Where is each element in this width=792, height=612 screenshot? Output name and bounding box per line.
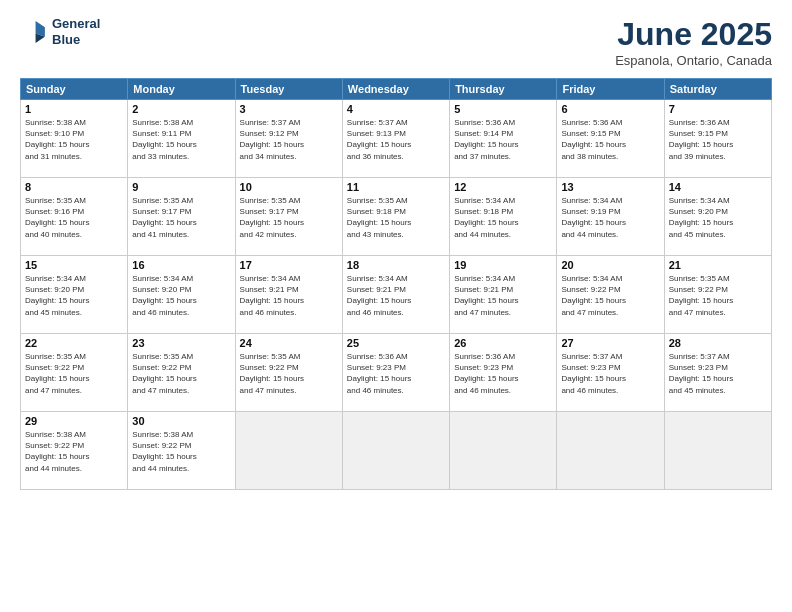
- calendar-cell: 3Sunrise: 5:37 AM Sunset: 9:12 PM Daylig…: [235, 100, 342, 178]
- cell-sun-info: Sunrise: 5:38 AM Sunset: 9:11 PM Dayligh…: [132, 117, 230, 162]
- location: Espanola, Ontario, Canada: [615, 53, 772, 68]
- header: General Blue June 2025 Espanola, Ontario…: [20, 16, 772, 68]
- day-number: 14: [669, 181, 767, 193]
- logo-icon: [20, 18, 48, 46]
- cell-sun-info: Sunrise: 5:36 AM Sunset: 9:15 PM Dayligh…: [561, 117, 659, 162]
- day-number: 2: [132, 103, 230, 115]
- day-number: 21: [669, 259, 767, 271]
- calendar-cell: [450, 412, 557, 490]
- day-number: 5: [454, 103, 552, 115]
- calendar-week-4: 22Sunrise: 5:35 AM Sunset: 9:22 PM Dayli…: [21, 334, 772, 412]
- day-number: 4: [347, 103, 445, 115]
- calendar-week-5: 29Sunrise: 5:38 AM Sunset: 9:22 PM Dayli…: [21, 412, 772, 490]
- calendar-week-1: 1Sunrise: 5:38 AM Sunset: 9:10 PM Daylig…: [21, 100, 772, 178]
- day-number: 24: [240, 337, 338, 349]
- cell-sun-info: Sunrise: 5:36 AM Sunset: 9:23 PM Dayligh…: [454, 351, 552, 396]
- day-number: 8: [25, 181, 123, 193]
- day-number: 28: [669, 337, 767, 349]
- cell-sun-info: Sunrise: 5:34 AM Sunset: 9:21 PM Dayligh…: [454, 273, 552, 318]
- logo-line1: General: [52, 16, 100, 32]
- cell-sun-info: Sunrise: 5:36 AM Sunset: 9:14 PM Dayligh…: [454, 117, 552, 162]
- month-title: June 2025: [615, 16, 772, 53]
- calendar-week-3: 15Sunrise: 5:34 AM Sunset: 9:20 PM Dayli…: [21, 256, 772, 334]
- day-number: 1: [25, 103, 123, 115]
- cell-sun-info: Sunrise: 5:36 AM Sunset: 9:23 PM Dayligh…: [347, 351, 445, 396]
- calendar-cell: [557, 412, 664, 490]
- day-number: 19: [454, 259, 552, 271]
- calendar-week-2: 8Sunrise: 5:35 AM Sunset: 9:16 PM Daylig…: [21, 178, 772, 256]
- calendar-cell: 28Sunrise: 5:37 AM Sunset: 9:23 PM Dayli…: [664, 334, 771, 412]
- calendar-cell: 15Sunrise: 5:34 AM Sunset: 9:20 PM Dayli…: [21, 256, 128, 334]
- weekday-header-row: SundayMondayTuesdayWednesdayThursdayFrid…: [21, 79, 772, 100]
- day-number: 25: [347, 337, 445, 349]
- cell-sun-info: Sunrise: 5:35 AM Sunset: 9:22 PM Dayligh…: [132, 351, 230, 396]
- day-number: 15: [25, 259, 123, 271]
- calendar-cell: 29Sunrise: 5:38 AM Sunset: 9:22 PM Dayli…: [21, 412, 128, 490]
- calendar-cell: 20Sunrise: 5:34 AM Sunset: 9:22 PM Dayli…: [557, 256, 664, 334]
- calendar-cell: 7Sunrise: 5:36 AM Sunset: 9:15 PM Daylig…: [664, 100, 771, 178]
- calendar-cell: 17Sunrise: 5:34 AM Sunset: 9:21 PM Dayli…: [235, 256, 342, 334]
- cell-sun-info: Sunrise: 5:35 AM Sunset: 9:22 PM Dayligh…: [669, 273, 767, 318]
- cell-sun-info: Sunrise: 5:37 AM Sunset: 9:23 PM Dayligh…: [561, 351, 659, 396]
- cell-sun-info: Sunrise: 5:34 AM Sunset: 9:22 PM Dayligh…: [561, 273, 659, 318]
- day-number: 26: [454, 337, 552, 349]
- cell-sun-info: Sunrise: 5:34 AM Sunset: 9:20 PM Dayligh…: [25, 273, 123, 318]
- calendar-cell: 26Sunrise: 5:36 AM Sunset: 9:23 PM Dayli…: [450, 334, 557, 412]
- day-number: 11: [347, 181, 445, 193]
- calendar-cell: [664, 412, 771, 490]
- calendar-cell: 6Sunrise: 5:36 AM Sunset: 9:15 PM Daylig…: [557, 100, 664, 178]
- weekday-header-friday: Friday: [557, 79, 664, 100]
- cell-sun-info: Sunrise: 5:38 AM Sunset: 9:22 PM Dayligh…: [132, 429, 230, 474]
- cell-sun-info: Sunrise: 5:37 AM Sunset: 9:23 PM Dayligh…: [669, 351, 767, 396]
- calendar-cell: [342, 412, 449, 490]
- calendar-cell: 8Sunrise: 5:35 AM Sunset: 9:16 PM Daylig…: [21, 178, 128, 256]
- weekday-header-thursday: Thursday: [450, 79, 557, 100]
- logo-text: General Blue: [52, 16, 100, 47]
- calendar-cell: 30Sunrise: 5:38 AM Sunset: 9:22 PM Dayli…: [128, 412, 235, 490]
- cell-sun-info: Sunrise: 5:34 AM Sunset: 9:18 PM Dayligh…: [454, 195, 552, 240]
- calendar-cell: 19Sunrise: 5:34 AM Sunset: 9:21 PM Dayli…: [450, 256, 557, 334]
- title-block: June 2025 Espanola, Ontario, Canada: [615, 16, 772, 68]
- cell-sun-info: Sunrise: 5:35 AM Sunset: 9:22 PM Dayligh…: [240, 351, 338, 396]
- day-number: 9: [132, 181, 230, 193]
- calendar-cell: 25Sunrise: 5:36 AM Sunset: 9:23 PM Dayli…: [342, 334, 449, 412]
- day-number: 22: [25, 337, 123, 349]
- logo: General Blue: [20, 16, 100, 47]
- cell-sun-info: Sunrise: 5:35 AM Sunset: 9:16 PM Dayligh…: [25, 195, 123, 240]
- cell-sun-info: Sunrise: 5:34 AM Sunset: 9:20 PM Dayligh…: [132, 273, 230, 318]
- calendar-cell: 10Sunrise: 5:35 AM Sunset: 9:17 PM Dayli…: [235, 178, 342, 256]
- calendar-cell: 2Sunrise: 5:38 AM Sunset: 9:11 PM Daylig…: [128, 100, 235, 178]
- cell-sun-info: Sunrise: 5:38 AM Sunset: 9:10 PM Dayligh…: [25, 117, 123, 162]
- cell-sun-info: Sunrise: 5:34 AM Sunset: 9:20 PM Dayligh…: [669, 195, 767, 240]
- calendar-cell: 9Sunrise: 5:35 AM Sunset: 9:17 PM Daylig…: [128, 178, 235, 256]
- cell-sun-info: Sunrise: 5:34 AM Sunset: 9:21 PM Dayligh…: [347, 273, 445, 318]
- calendar-cell: 24Sunrise: 5:35 AM Sunset: 9:22 PM Dayli…: [235, 334, 342, 412]
- day-number: 30: [132, 415, 230, 427]
- logo-line2: Blue: [52, 32, 100, 48]
- page: General Blue June 2025 Espanola, Ontario…: [0, 0, 792, 612]
- day-number: 12: [454, 181, 552, 193]
- day-number: 16: [132, 259, 230, 271]
- weekday-header-wednesday: Wednesday: [342, 79, 449, 100]
- cell-sun-info: Sunrise: 5:36 AM Sunset: 9:15 PM Dayligh…: [669, 117, 767, 162]
- day-number: 18: [347, 259, 445, 271]
- calendar-cell: 22Sunrise: 5:35 AM Sunset: 9:22 PM Dayli…: [21, 334, 128, 412]
- day-number: 20: [561, 259, 659, 271]
- day-number: 23: [132, 337, 230, 349]
- day-number: 27: [561, 337, 659, 349]
- svg-rect-2: [23, 21, 35, 43]
- weekday-header-tuesday: Tuesday: [235, 79, 342, 100]
- calendar: SundayMondayTuesdayWednesdayThursdayFrid…: [20, 78, 772, 490]
- calendar-cell: 18Sunrise: 5:34 AM Sunset: 9:21 PM Dayli…: [342, 256, 449, 334]
- calendar-cell: 27Sunrise: 5:37 AM Sunset: 9:23 PM Dayli…: [557, 334, 664, 412]
- calendar-cell: 1Sunrise: 5:38 AM Sunset: 9:10 PM Daylig…: [21, 100, 128, 178]
- day-number: 6: [561, 103, 659, 115]
- calendar-cell: 14Sunrise: 5:34 AM Sunset: 9:20 PM Dayli…: [664, 178, 771, 256]
- calendar-cell: 21Sunrise: 5:35 AM Sunset: 9:22 PM Dayli…: [664, 256, 771, 334]
- weekday-header-monday: Monday: [128, 79, 235, 100]
- cell-sun-info: Sunrise: 5:34 AM Sunset: 9:21 PM Dayligh…: [240, 273, 338, 318]
- day-number: 29: [25, 415, 123, 427]
- cell-sun-info: Sunrise: 5:34 AM Sunset: 9:19 PM Dayligh…: [561, 195, 659, 240]
- day-number: 7: [669, 103, 767, 115]
- day-number: 10: [240, 181, 338, 193]
